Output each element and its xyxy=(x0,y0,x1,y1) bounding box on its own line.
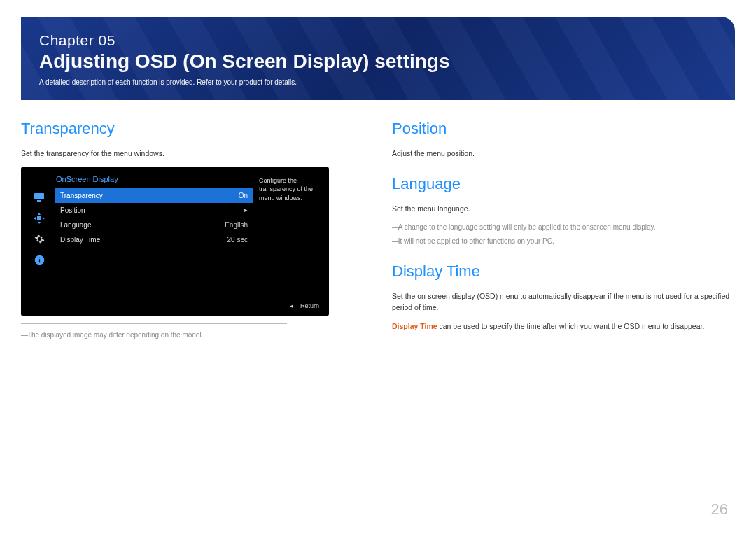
osd-row-position: Position ▸ xyxy=(55,203,253,218)
right-column: Position Adjust the menu position. Langu… xyxy=(392,113,735,344)
osd-help-text: Configure the transparency of the menu w… xyxy=(259,175,319,269)
chapter-banner: Chapter 05 Adjusting OSD (On Screen Disp… xyxy=(21,17,735,100)
divider xyxy=(21,323,287,324)
transparency-desc: Set the transparency for the menu window… xyxy=(21,148,364,160)
page: Chapter 05 Adjusting OSD (On Screen Disp… xyxy=(0,0,756,534)
section-position: Position xyxy=(392,120,735,138)
chapter-title: Adjusting OSD (On Screen Display) settin… xyxy=(39,50,717,73)
osd-row-transparency: Transparency On xyxy=(55,188,253,203)
info-icon xyxy=(31,252,48,269)
section-language: Language xyxy=(392,175,735,193)
osd-screenshot: OnScreen Display Transparency On Positio… xyxy=(21,167,329,316)
osd-row-language: Language English xyxy=(55,218,253,232)
page-number: 26 xyxy=(711,500,728,519)
osd-sidebar xyxy=(31,175,49,269)
osd-main: OnScreen Display Transparency On Positio… xyxy=(55,175,253,269)
displaytime-desc2-text: can be used to specify the time after wh… xyxy=(438,322,705,330)
section-transparency: Transparency xyxy=(21,120,364,138)
osd-row-value: ▸ xyxy=(244,206,248,214)
osd-row-label: Transparency xyxy=(60,192,103,199)
model-note: The displayed image may differ depending… xyxy=(21,330,364,341)
osd-row-value: On xyxy=(239,192,248,199)
osd-row-displaytime: Display Time 20 sec xyxy=(55,232,253,247)
osd-row-label: Position xyxy=(60,206,85,214)
content-columns: Transparency Set the transparency for th… xyxy=(21,113,735,344)
osd-row-value: 20 sec xyxy=(227,236,248,244)
svg-rect-0 xyxy=(34,193,44,199)
chapter-desc: A detailed description of each function … xyxy=(39,78,717,86)
chapter-label: Chapter 05 xyxy=(39,32,717,49)
osd-row-label: Language xyxy=(60,221,92,229)
left-column: Transparency Set the transparency for th… xyxy=(21,113,364,344)
osd-title: OnScreen Display xyxy=(55,175,253,188)
osd-footer: ◂ Return xyxy=(31,302,319,309)
language-note-2: It will not be applied to other function… xyxy=(392,236,735,247)
osd-row-value: English xyxy=(225,221,248,229)
displaytime-desc2: Display Time can be used to specify the … xyxy=(392,321,735,332)
displaytime-highlight: Display Time xyxy=(392,322,438,330)
svg-rect-2 xyxy=(37,216,41,220)
osd-list: Transparency On Position ▸ Language Engl… xyxy=(55,188,253,247)
gear-icon xyxy=(31,231,48,248)
displaytime-desc1: Set the on-screen display (OSD) menu to … xyxy=(392,290,735,314)
return-label: Return xyxy=(300,302,319,309)
position-desc: Adjust the menu position. xyxy=(392,148,735,160)
back-icon: ◂ xyxy=(290,302,293,309)
position-icon xyxy=(31,210,48,227)
svg-rect-4 xyxy=(38,260,39,263)
svg-rect-1 xyxy=(37,200,41,202)
section-displaytime: Display Time xyxy=(392,262,735,281)
svg-rect-5 xyxy=(38,258,39,258)
language-note-1: A change to the language setting will on… xyxy=(392,222,735,233)
osd-row-label: Display Time xyxy=(60,236,100,244)
monitor-icon xyxy=(31,189,48,206)
language-desc: Set the menu language. xyxy=(392,203,735,215)
